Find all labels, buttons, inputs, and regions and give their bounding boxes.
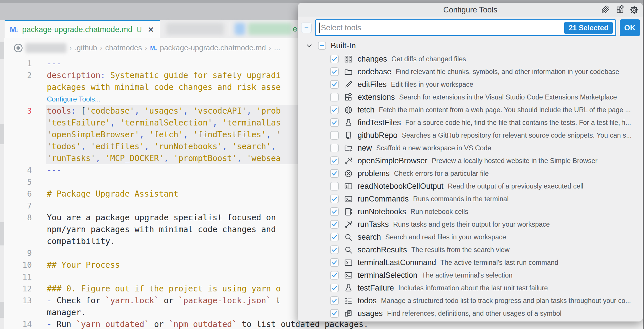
chevron-right-icon: ›: [69, 44, 72, 52]
checkbox-checked[interactable]: [330, 118, 339, 127]
ok-button[interactable]: OK: [620, 19, 640, 36]
tool-row-todos[interactable]: todosManage a structured todo list to tr…: [298, 294, 643, 307]
tool-row-editFiles[interactable]: editFilesEdit files in your workspace: [298, 78, 643, 91]
terminal-icon: [344, 258, 353, 267]
notebook-icon: [344, 207, 353, 216]
panel-header: Configure Tools: [298, 3, 643, 17]
tool-description: The active terminal's selection: [422, 271, 512, 279]
tool-row-vscodeAPI[interactable]: vscodeAPIUse VS Code API references to a…: [298, 320, 643, 321]
checkbox-checked[interactable]: [330, 296, 339, 305]
line-number: 10: [0, 259, 32, 271]
checkbox-checked[interactable]: [330, 207, 339, 216]
chevron-right-icon: ›: [269, 44, 271, 52]
checkbox-unchecked[interactable]: [330, 131, 339, 140]
search-icon: [344, 245, 353, 254]
tool-row-new[interactable]: newScaffold a new workspace in VS Code: [298, 142, 643, 154]
tool-row-usages[interactable]: usagesFind references, definitions, and …: [298, 307, 643, 320]
collapse-all-button[interactable]: −: [301, 23, 312, 33]
checkbox-checked[interactable]: [330, 220, 339, 229]
checkbox-checked[interactable]: [330, 195, 339, 203]
gear-icon[interactable]: [630, 5, 639, 14]
tool-description: Includes information about the last unit…: [398, 284, 548, 292]
checklist-icon: [344, 296, 353, 305]
chevron-down-icon[interactable]: [305, 42, 313, 50]
tool-row-runCommands[interactable]: runCommandsRuns commands in the terminal: [298, 193, 643, 205]
tool-row-searchResults[interactable]: searchResultsThe results from the search…: [298, 243, 643, 256]
repo-icon: [344, 131, 353, 140]
tab-divider: [230, 22, 230, 36]
checkbox-checked[interactable]: [330, 67, 339, 76]
extensions-icon[interactable]: [615, 5, 625, 14]
tool-row-problems[interactable]: problemsCheck errors for a particular fi…: [298, 167, 643, 180]
tool-name: problems: [358, 169, 390, 178]
selected-count-badge: 21 Selected: [564, 22, 613, 34]
folder-icon: [344, 67, 353, 76]
checkbox-checked[interactable]: [330, 271, 339, 280]
checkbox-checked[interactable]: [330, 309, 339, 318]
checkbox-checked[interactable]: [330, 106, 339, 114]
checkbox-checked[interactable]: [330, 258, 339, 267]
tool-name: readNotebookCellOutput: [358, 182, 443, 191]
line-number: 8: [0, 212, 32, 223]
checkbox-checked[interactable]: [330, 284, 339, 292]
tool-name: openSimpleBrowser: [358, 156, 428, 165]
tool-name: changes: [358, 55, 387, 64]
checkbox-checked[interactable]: [330, 55, 339, 63]
tool-row-openSimpleBrowser[interactable]: openSimpleBrowserPreview a locally hoste…: [298, 154, 643, 167]
breadcrumb-item-more[interactable]: ...: [274, 43, 280, 52]
tool-row-runNotebooks[interactable]: runNotebooksRun notebook cells: [298, 205, 643, 218]
tool-row-changes[interactable]: changesGet diffs of changed files: [298, 53, 643, 65]
tool-row-githubRepo[interactable]: githubRepoSearches a GitHub repository f…: [298, 129, 643, 142]
select-tools-input[interactable]: Select tools 21 Selected: [315, 19, 616, 36]
diff-icon: [344, 55, 353, 64]
tool-row-terminalSelection[interactable]: terminalSelectionThe active terminal's s…: [298, 269, 643, 282]
checkbox-checked[interactable]: [330, 80, 339, 89]
tab-redacted-green[interactable]: [248, 23, 292, 35]
tool-description: Run notebook cells: [410, 208, 468, 216]
checkbox-unchecked[interactable]: [330, 182, 339, 191]
new-folder-icon: [344, 144, 353, 153]
gutter-decoration: [0, 42, 4, 59]
tool-row-terminalLastCommand[interactable]: terminalLastCommandThe active terminal's…: [298, 256, 643, 269]
tool-row-readNotebookCellOutput[interactable]: readNotebookCellOutputRead the output of…: [298, 180, 643, 193]
checkbox-checked[interactable]: [330, 245, 339, 254]
markdown-chatmode-file-icon: M↓: [150, 44, 157, 52]
tool-filter-row: − Select tools 21 Selected OK: [298, 17, 643, 39]
tab-package-upgrade-chatmode[interactable]: M↓ package-upgrade.chatmode.md U ✕: [5, 20, 160, 38]
breadcrumb-root-redacted[interactable]: [25, 43, 66, 53]
tool-row-testFailure[interactable]: testFailureIncludes information about th…: [298, 282, 643, 294]
titlebar: [0, 0, 643, 3]
checkbox-checked[interactable]: [330, 169, 339, 178]
checkbox-checked[interactable]: [330, 156, 339, 165]
tool-row-extensions[interactable]: extensionsSearch for extensions in the V…: [298, 91, 643, 103]
extensions-icon: [344, 93, 353, 102]
tool-name: search: [358, 233, 381, 242]
close-icon[interactable]: ✕: [148, 25, 154, 34]
tool-description: Find references, definitions, and other …: [387, 310, 562, 317]
checkbox-unchecked[interactable]: [330, 144, 339, 152]
tool-row-runTasks[interactable]: runTasksRuns tasks and gets their output…: [298, 218, 643, 231]
paperclip-icon[interactable]: [601, 5, 610, 14]
tool-description: Scaffold a new workspace in VS Code: [376, 144, 491, 152]
checkbox-checked[interactable]: [330, 233, 339, 241]
tool-row-fetch[interactable]: fetchFetch the main content from a web p…: [298, 103, 643, 116]
tab-label: package-upgrade.chatmode.md: [22, 25, 132, 34]
breadcrumb-item-file[interactable]: package-upgrade.chatmode.md: [160, 43, 266, 52]
git-untracked-badge: U: [136, 25, 142, 34]
built-in-checkbox-indeterminate[interactable]: [318, 42, 326, 50]
configure-tools-codelens-link[interactable]: Configure Tools...: [47, 95, 101, 103]
tool-name: extensions: [358, 93, 395, 102]
tab-redacted[interactable]: [166, 23, 224, 35]
checkbox-unchecked[interactable]: [330, 93, 339, 101]
tool-description: For a source code file, find the file th…: [405, 119, 631, 127]
line-number: 13: [0, 295, 32, 306]
breadcrumb-item-github[interactable]: .github: [75, 43, 97, 52]
group-label: Built-In: [331, 41, 356, 50]
tool-row-findTestFiles[interactable]: findTestFilesFor a source code file, fin…: [298, 116, 643, 129]
tree-group-built-in[interactable]: Built-In: [298, 39, 643, 53]
tool-row-codebase[interactable]: codebaseFind relevant file chunks, symbo…: [298, 65, 643, 78]
tool-name: codebase: [358, 67, 391, 76]
tool-row-search[interactable]: searchSearch and read files in your work…: [298, 231, 643, 243]
breadcrumb-item-chatmodes[interactable]: chatmodes: [105, 43, 142, 52]
references-icon: [344, 309, 353, 318]
